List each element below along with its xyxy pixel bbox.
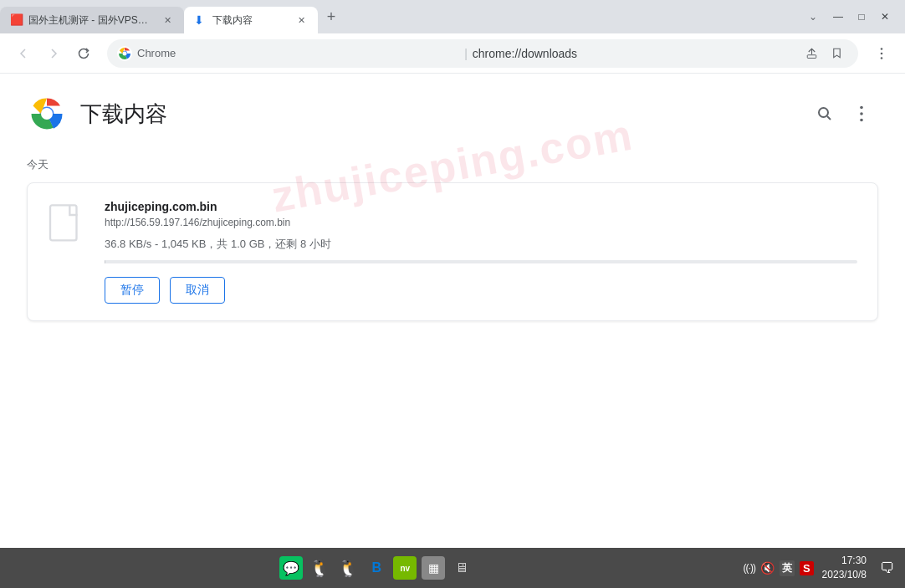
tab-search-button[interactable]: ⌄ [801,5,825,28]
chrome-label: Chrome [137,47,459,59]
sogou-icon[interactable]: S [800,561,814,575]
svg-point-5 [881,52,883,54]
page-title: 下载内容 [80,100,167,129]
close-button[interactable]: ✕ [875,7,895,27]
svg-rect-15 [50,205,77,240]
svg-point-12 [860,106,863,110]
back-button[interactable] [10,40,37,67]
section-label-today: 今天 [27,157,878,172]
more-actions-button[interactable] [845,97,878,130]
tab-inactive[interactable]: 🟥 国外主机测评 - 国外VPS，国... ✕ [0,7,184,33]
share-button[interactable] [800,42,823,65]
volume-icon[interactable]: 🔇 [760,561,775,575]
toolbar: Chrome | chrome://downloads [0,33,905,74]
svg-point-11 [819,108,828,117]
chrome-logo-icon [117,46,132,61]
progress-bar-fill [105,260,105,263]
minimize-button[interactable]: — [828,7,848,27]
download-info: zhujiceping.com.bin http://156.59.197.14… [105,200,857,304]
svg-point-13 [860,112,863,115]
taskbar-icon-nvidia[interactable]: nv [393,556,417,580]
cancel-button[interactable]: 取消 [170,277,225,304]
svg-point-9 [41,108,53,120]
taskbar-icon-wechat[interactable]: 💬 [279,556,303,580]
tab-close-2[interactable]: ✕ [294,13,308,27]
download-filename: zhujiceping.com.bin [105,200,857,213]
taskbar-icons: 💬 🐧 🐧 B nv ▦ 🖥 [10,556,744,580]
tab-strip: 🟥 国外主机测评 - 国外VPS，国... ✕ ⬇ 下载内容 ✕ + [0,0,795,33]
tab-title-2: 下载内容 [212,13,289,28]
pause-button[interactable]: 暂停 [105,277,160,304]
taskbar-icon-bluetooth[interactable]: B [365,556,388,580]
refresh-button[interactable] [70,40,97,67]
toolbar-right [868,40,895,67]
download-card: zhujiceping.com.bin http://156.59.197.14… [27,182,878,321]
download-status: 36.8 KB/s - 1,045 KB，共 1.0 GB，还剩 8 小时 [105,237,857,252]
taskbar-time: 17:30 2023/10/8 [822,554,867,582]
window-controls: ⌄ — □ ✕ [795,0,902,33]
address-text: chrome://downloads [473,47,795,60]
address-icons [800,42,848,65]
bookmark-button[interactable] [825,42,848,65]
tab-close-1[interactable]: ✕ [161,13,174,27]
taskbar: 💬 🐧 🐧 B nv ▦ 🖥 ((·)) 🔇 英 S 17:30 2023/10… [0,548,905,588]
new-tab-button[interactable]: + [318,3,345,30]
taskbar-icon-qq2[interactable]: 🐧 [336,556,360,580]
notification-icon[interactable]: 🗨 [880,560,895,577]
page-content: zhujiceping.com 下载内容 [0,74,905,548]
tab-active[interactable]: ⬇ 下载内容 ✕ [184,7,318,33]
title-bar: 🟥 国外主机测评 - 国外VPS，国... ✕ ⬇ 下载内容 ✕ + ⌄ — □… [0,0,905,33]
address-divider: | [464,47,468,60]
taskbar-right: ((·)) 🔇 英 S 17:30 2023/10/8 🗨 [744,554,895,582]
page-title-area: 下载内容 [27,94,167,134]
chrome-menu-button[interactable] [868,40,895,67]
svg-point-2 [123,51,127,55]
svg-point-14 [860,119,863,122]
maximize-button[interactable]: □ [851,7,872,27]
chrome-logo-big-icon [27,94,67,134]
svg-point-4 [881,48,883,50]
taskbar-icon-qq1[interactable]: 🐧 [308,556,331,580]
taskbar-icon-app1[interactable]: ▦ [422,556,445,580]
ime-icon[interactable]: 英 [780,560,795,576]
page-header: 下载内容 [27,94,878,134]
page-actions [808,97,878,130]
progress-bar-background [105,260,857,263]
wifi-icon[interactable]: ((·)) [744,562,755,574]
svg-rect-3 [807,55,816,59]
systray: ((·)) 🔇 英 S [744,560,814,576]
file-icon [48,203,88,250]
search-downloads-button[interactable] [808,97,841,130]
tab-favicon-2: ⬇ [194,13,207,27]
taskbar-icon-app2[interactable]: 🖥 [450,556,473,580]
download-buttons: 暂停 取消 [105,277,857,304]
tab-favicon-1: 🟥 [10,13,23,27]
tab-title-1: 国外主机测评 - 国外VPS，国... [28,13,156,28]
svg-point-6 [881,57,883,59]
forward-button[interactable] [40,40,67,67]
download-url: http://156.59.197.146/zhujiceping.com.bi… [105,217,857,228]
address-bar[interactable]: Chrome | chrome://downloads [107,39,858,68]
